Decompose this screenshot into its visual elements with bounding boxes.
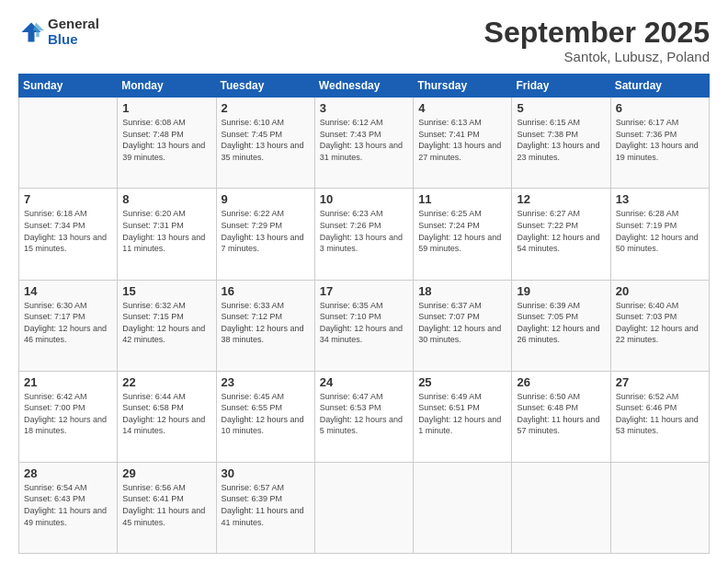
calendar-cell: 29Sunrise: 6:56 AMSunset: 6:41 PMDayligh… — [118, 462, 216, 553]
calendar-cell: 14Sunrise: 6:30 AMSunset: 7:17 PMDayligh… — [19, 280, 118, 371]
calendar-cell: 21Sunrise: 6:42 AMSunset: 7:00 PMDayligh… — [19, 371, 118, 462]
day-info: Sunrise: 6:17 AMSunset: 7:36 PMDaylight:… — [616, 117, 704, 163]
logo: General Blue — [18, 17, 99, 47]
calendar-cell: 25Sunrise: 6:49 AMSunset: 6:51 PMDayligh… — [414, 371, 512, 462]
day-info: Sunrise: 6:23 AMSunset: 7:26 PMDaylight:… — [320, 208, 408, 254]
calendar-cell: 5Sunrise: 6:15 AMSunset: 7:38 PMDaylight… — [512, 98, 610, 189]
day-info: Sunrise: 6:49 AMSunset: 6:51 PMDaylight:… — [418, 391, 506, 437]
day-number: 5 — [517, 101, 605, 115]
calendar-cell — [19, 98, 118, 189]
calendar-cell: 20Sunrise: 6:40 AMSunset: 7:03 PMDayligh… — [610, 280, 709, 371]
calendar-cell: 22Sunrise: 6:44 AMSunset: 6:58 PMDayligh… — [118, 371, 216, 462]
logo-text: General Blue — [48, 17, 99, 47]
calendar-cell: 1Sunrise: 6:08 AMSunset: 7:48 PMDaylight… — [118, 98, 216, 189]
day-info: Sunrise: 6:28 AMSunset: 7:19 PMDaylight:… — [616, 208, 704, 254]
calendar-cell: 10Sunrise: 6:23 AMSunset: 7:26 PMDayligh… — [314, 189, 413, 280]
day-number: 3 — [320, 101, 408, 115]
day-info: Sunrise: 6:22 AMSunset: 7:29 PMDaylight:… — [222, 208, 310, 254]
day-info: Sunrise: 6:35 AMSunset: 7:10 PMDaylight:… — [320, 300, 408, 346]
day-number: 23 — [222, 375, 310, 389]
calendar-week-row: 1Sunrise: 6:08 AMSunset: 7:48 PMDaylight… — [19, 98, 710, 189]
col-friday: Friday — [512, 75, 610, 98]
title-block: September 2025 Santok, Lubusz, Poland — [484, 17, 710, 64]
calendar-cell: 18Sunrise: 6:37 AMSunset: 7:07 PMDayligh… — [414, 280, 512, 371]
day-info: Sunrise: 6:27 AMSunset: 7:22 PMDaylight:… — [517, 208, 605, 254]
day-number: 27 — [616, 375, 704, 389]
day-info: Sunrise: 6:50 AMSunset: 6:48 PMDaylight:… — [517, 391, 605, 437]
day-number: 12 — [517, 192, 605, 206]
day-info: Sunrise: 6:32 AMSunset: 7:15 PMDaylight:… — [122, 300, 210, 346]
calendar-cell: 7Sunrise: 6:18 AMSunset: 7:34 PMDaylight… — [19, 189, 118, 280]
day-number: 4 — [418, 101, 506, 115]
logo-general: General — [48, 17, 99, 32]
day-number: 18 — [418, 284, 506, 298]
day-number: 17 — [320, 284, 408, 298]
day-number: 20 — [616, 284, 704, 298]
day-info: Sunrise: 6:37 AMSunset: 7:07 PMDaylight:… — [418, 300, 506, 346]
day-info: Sunrise: 6:33 AMSunset: 7:12 PMDaylight:… — [222, 300, 310, 346]
calendar-cell: 4Sunrise: 6:13 AMSunset: 7:41 PMDaylight… — [414, 98, 512, 189]
day-number: 8 — [122, 192, 210, 206]
title-month: September 2025 — [484, 17, 710, 49]
calendar-week-row: 14Sunrise: 6:30 AMSunset: 7:17 PMDayligh… — [19, 280, 710, 371]
calendar-cell: 15Sunrise: 6:32 AMSunset: 7:15 PMDayligh… — [118, 280, 216, 371]
calendar-cell: 9Sunrise: 6:22 AMSunset: 7:29 PMDaylight… — [216, 189, 314, 280]
calendar-cell — [512, 462, 610, 553]
day-number: 11 — [418, 192, 506, 206]
day-info: Sunrise: 6:20 AMSunset: 7:31 PMDaylight:… — [122, 208, 210, 254]
calendar-week-row: 28Sunrise: 6:54 AMSunset: 6:43 PMDayligh… — [19, 462, 710, 553]
day-number: 30 — [222, 466, 310, 480]
day-info: Sunrise: 6:08 AMSunset: 7:48 PMDaylight:… — [122, 117, 210, 163]
day-number: 9 — [222, 192, 310, 206]
day-info: Sunrise: 6:30 AMSunset: 7:17 PMDaylight:… — [24, 300, 112, 346]
day-info: Sunrise: 6:47 AMSunset: 6:53 PMDaylight:… — [320, 391, 408, 437]
day-number: 25 — [418, 375, 506, 389]
calendar-header-row: Sunday Monday Tuesday Wednesday Thursday… — [19, 75, 710, 98]
col-thursday: Thursday — [414, 75, 512, 98]
day-info: Sunrise: 6:56 AMSunset: 6:41 PMDaylight:… — [122, 482, 210, 528]
day-number: 22 — [122, 375, 210, 389]
calendar-cell: 23Sunrise: 6:45 AMSunset: 6:55 PMDayligh… — [216, 371, 314, 462]
day-info: Sunrise: 6:39 AMSunset: 7:05 PMDaylight:… — [517, 300, 605, 346]
day-number: 19 — [517, 284, 605, 298]
calendar-cell: 11Sunrise: 6:25 AMSunset: 7:24 PMDayligh… — [414, 189, 512, 280]
day-number: 16 — [222, 284, 310, 298]
day-number: 24 — [320, 375, 408, 389]
calendar-cell: 24Sunrise: 6:47 AMSunset: 6:53 PMDayligh… — [314, 371, 413, 462]
day-number: 6 — [616, 101, 704, 115]
calendar-cell — [610, 462, 709, 553]
calendar-cell: 30Sunrise: 6:57 AMSunset: 6:39 PMDayligh… — [216, 462, 314, 553]
day-number: 28 — [24, 466, 112, 480]
day-info: Sunrise: 6:52 AMSunset: 6:46 PMDaylight:… — [616, 391, 704, 437]
calendar-cell — [314, 462, 413, 553]
day-info: Sunrise: 6:57 AMSunset: 6:39 PMDaylight:… — [222, 482, 310, 528]
calendar-cell: 12Sunrise: 6:27 AMSunset: 7:22 PMDayligh… — [512, 189, 610, 280]
day-number: 10 — [320, 192, 408, 206]
calendar-week-row: 7Sunrise: 6:18 AMSunset: 7:34 PMDaylight… — [19, 189, 710, 280]
col-tuesday: Tuesday — [216, 75, 314, 98]
col-wednesday: Wednesday — [314, 75, 413, 98]
header: General Blue September 2025 Santok, Lubu… — [18, 17, 710, 64]
day-info: Sunrise: 6:18 AMSunset: 7:34 PMDaylight:… — [24, 208, 112, 254]
calendar-cell: 16Sunrise: 6:33 AMSunset: 7:12 PMDayligh… — [216, 280, 314, 371]
col-saturday: Saturday — [610, 75, 709, 98]
day-info: Sunrise: 6:54 AMSunset: 6:43 PMDaylight:… — [24, 482, 112, 528]
calendar-cell: 2Sunrise: 6:10 AMSunset: 7:45 PMDaylight… — [216, 98, 314, 189]
calendar-cell — [414, 462, 512, 553]
calendar-cell: 28Sunrise: 6:54 AMSunset: 6:43 PMDayligh… — [19, 462, 118, 553]
day-info: Sunrise: 6:25 AMSunset: 7:24 PMDaylight:… — [418, 208, 506, 254]
calendar-cell: 19Sunrise: 6:39 AMSunset: 7:05 PMDayligh… — [512, 280, 610, 371]
calendar-cell: 3Sunrise: 6:12 AMSunset: 7:43 PMDaylight… — [314, 98, 413, 189]
page: General Blue September 2025 Santok, Lubu… — [0, 0, 728, 563]
day-number: 2 — [222, 101, 310, 115]
day-info: Sunrise: 6:12 AMSunset: 7:43 PMDaylight:… — [320, 117, 408, 163]
day-info: Sunrise: 6:10 AMSunset: 7:45 PMDaylight:… — [222, 117, 310, 163]
day-number: 1 — [122, 101, 210, 115]
calendar-cell: 6Sunrise: 6:17 AMSunset: 7:36 PMDaylight… — [610, 98, 709, 189]
day-number: 29 — [122, 466, 210, 480]
calendar-cell: 27Sunrise: 6:52 AMSunset: 6:46 PMDayligh… — [610, 371, 709, 462]
calendar-table: Sunday Monday Tuesday Wednesday Thursday… — [18, 74, 710, 554]
day-number: 15 — [122, 284, 210, 298]
calendar-cell: 13Sunrise: 6:28 AMSunset: 7:19 PMDayligh… — [610, 189, 709, 280]
day-number: 26 — [517, 375, 605, 389]
